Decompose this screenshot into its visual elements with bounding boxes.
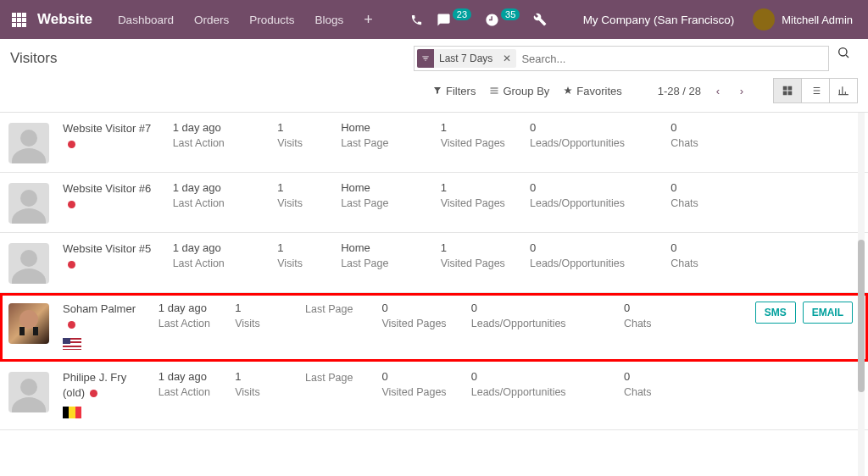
visitor-avatar bbox=[8, 123, 49, 163]
page-title: Visitors bbox=[10, 50, 74, 67]
leads-label: Leads/Opportunities bbox=[471, 385, 612, 401]
visitor-name: Website Visitor #6 bbox=[63, 181, 161, 211]
last-page-value: Home bbox=[341, 121, 429, 136]
leads-label: Leads/Opportunities bbox=[530, 196, 659, 212]
visitor-card[interactable]: Website Visitor #5 1 day agoLast Action … bbox=[0, 233, 868, 293]
scrollbar[interactable] bbox=[854, 113, 866, 476]
chats-label: Chats bbox=[624, 317, 688, 332]
pages-value: 1 bbox=[441, 241, 518, 256]
time-label: Last Action bbox=[173, 136, 266, 152]
messages-icon[interactable]: 23 bbox=[430, 0, 478, 39]
visits-label: Visits bbox=[277, 136, 329, 152]
svg-rect-1 bbox=[783, 86, 787, 91]
search-facet: Last 7 Days ✕ bbox=[417, 49, 516, 68]
leads-value: 0 bbox=[530, 241, 659, 256]
visitor-card[interactable]: Soham Palmer 1 day agoLast Action 1Visit… bbox=[0, 293, 868, 362]
activities-icon[interactable]: 35 bbox=[478, 0, 526, 39]
pager-prev-icon[interactable]: ‹ bbox=[706, 79, 730, 102]
pages-value: 1 bbox=[441, 121, 518, 136]
last-page-label: Last Page bbox=[341, 196, 429, 212]
nav-orders[interactable]: Orders bbox=[184, 0, 239, 39]
messages-badge: 23 bbox=[453, 8, 471, 20]
facet-remove-icon[interactable]: ✕ bbox=[498, 53, 516, 64]
visitor-name: Website Visitor #5 bbox=[63, 241, 161, 271]
chats-label: Chats bbox=[624, 385, 688, 401]
visits-value: 1 bbox=[277, 241, 329, 256]
visits-value: 1 bbox=[277, 181, 329, 196]
chats-label: Chats bbox=[670, 136, 727, 152]
brand[interactable]: Website bbox=[37, 11, 92, 28]
pages-value: 1 bbox=[441, 181, 518, 196]
settings-icon[interactable] bbox=[526, 0, 554, 39]
last-page-label: Last Page bbox=[341, 257, 429, 272]
email-button[interactable]: EMAIL bbox=[803, 302, 853, 324]
filter-icon bbox=[417, 49, 434, 68]
time-value: 1 day ago bbox=[159, 302, 223, 316]
flag-icon bbox=[63, 338, 81, 350]
visits-label: Visits bbox=[277, 196, 329, 212]
last-page-label: Last Page bbox=[341, 136, 429, 152]
visitor-card[interactable]: Website Visitor #7 1 day agoLast Action … bbox=[0, 113, 868, 173]
view-kanban-button[interactable] bbox=[773, 78, 802, 103]
kanban-list[interactable]: Website Visitor #7 1 day agoLast Action … bbox=[0, 113, 868, 476]
topbar: Website Dashboard Orders Products Blogs … bbox=[0, 0, 868, 39]
visits-value: 1 bbox=[277, 121, 329, 136]
nav-blogs[interactable]: Blogs bbox=[304, 0, 353, 39]
time-label: Last Action bbox=[173, 196, 266, 212]
visits-value: 1 bbox=[235, 370, 293, 385]
visits-value: 1 bbox=[235, 302, 293, 316]
visitor-avatar bbox=[8, 183, 49, 224]
presence-dot bbox=[68, 141, 75, 148]
phone-icon[interactable] bbox=[403, 0, 430, 39]
svg-rect-4 bbox=[788, 91, 793, 96]
visits-label: Visits bbox=[235, 317, 293, 332]
pages-label: Visited Pages bbox=[441, 136, 518, 152]
nav-dashboard[interactable]: Dashboard bbox=[108, 0, 184, 39]
chats-label: Chats bbox=[670, 196, 727, 212]
scrollbar-thumb[interactable] bbox=[858, 240, 865, 392]
view-list-button[interactable] bbox=[801, 78, 830, 103]
time-label: Last Action bbox=[159, 317, 223, 332]
filters-button[interactable]: Filters bbox=[432, 85, 476, 97]
sms-button[interactable]: SMS bbox=[755, 302, 796, 324]
leads-label: Leads/Opportunities bbox=[530, 136, 659, 152]
chats-label: Chats bbox=[670, 257, 727, 272]
visitor-name: Philipe J. Fry (old) bbox=[63, 370, 147, 400]
pager-next-icon[interactable]: › bbox=[730, 79, 754, 102]
visitor-avatar bbox=[8, 372, 49, 412]
view-graph-button[interactable] bbox=[829, 78, 858, 103]
search-box[interactable]: Last 7 Days ✕ bbox=[414, 46, 829, 71]
svg-rect-3 bbox=[783, 91, 787, 96]
pages-label: Visited Pages bbox=[381, 317, 459, 332]
facet-label: Last 7 Days bbox=[434, 53, 498, 64]
company-selector[interactable]: My Company (San Francisco) bbox=[570, 14, 748, 26]
search-input[interactable] bbox=[516, 47, 828, 69]
time-value: 1 day ago bbox=[173, 121, 266, 136]
time-label: Last Action bbox=[159, 385, 223, 401]
search-icon[interactable] bbox=[829, 46, 858, 71]
user-avatar bbox=[753, 8, 775, 30]
flag-icon bbox=[63, 407, 81, 418]
pages-label: Visited Pages bbox=[441, 257, 518, 272]
control-panel: Visitors Last 7 Days ✕ Filters Group By … bbox=[0, 39, 868, 113]
leads-label: Leads/Opportunities bbox=[530, 257, 659, 272]
leads-value: 0 bbox=[530, 121, 659, 136]
visitor-card[interactable]: Philipe J. Fry (old) 1 day agoLast Actio… bbox=[0, 362, 868, 430]
pages-value: 0 bbox=[381, 370, 459, 385]
nav-new-icon[interactable]: + bbox=[353, 0, 383, 39]
time-value: 1 day ago bbox=[173, 181, 266, 196]
chats-value: 0 bbox=[670, 121, 727, 136]
time-value: 1 day ago bbox=[159, 370, 223, 385]
last-page-label: Last Page bbox=[305, 371, 370, 386]
favorites-button[interactable]: Favorites bbox=[563, 85, 621, 97]
user-menu[interactable]: Mitchell Admin bbox=[748, 8, 861, 30]
apps-icon[interactable] bbox=[12, 13, 29, 27]
time-value: 1 day ago bbox=[173, 241, 266, 256]
visitor-name: Website Visitor #7 bbox=[63, 121, 161, 151]
nav-products[interactable]: Products bbox=[239, 0, 304, 39]
activities-badge: 35 bbox=[501, 8, 520, 20]
visitor-card[interactable]: Website Visitor #6 1 day agoLast Action … bbox=[0, 173, 868, 233]
pager-text[interactable]: 1-28 / 28 bbox=[658, 85, 701, 97]
groupby-button[interactable]: Group By bbox=[489, 85, 549, 97]
time-label: Last Action bbox=[173, 257, 266, 272]
